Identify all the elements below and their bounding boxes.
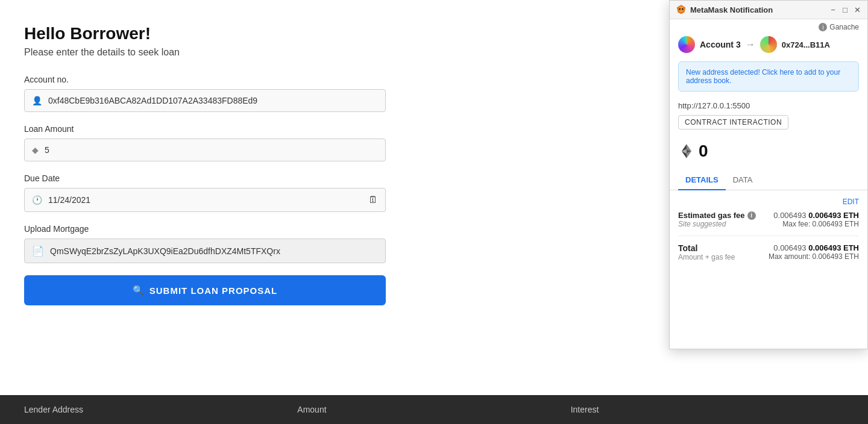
mm-scroll-area[interactable]: http://127.0.0.1:5500 CONTRACT INTERACTI… — [670, 95, 867, 349]
ganache-label: Ganache — [829, 23, 859, 31]
page-subtitle: Please enter the details to seek loan — [24, 47, 603, 58]
gas-fee-value-group: 0.006493 0.006493 ETH Max fee: 0.006493 … — [773, 211, 859, 228]
due-date-input-wrapper: 🕐 🗓 — [24, 188, 386, 212]
fee-divider — [678, 235, 859, 236]
contract-interaction-badge: CONTRACT INTERACTION — [678, 115, 788, 129]
gas-fee-value-display: 0.006493 0.006493 ETH — [773, 211, 859, 220]
total-label-group: Total Amount + gas fee — [678, 243, 735, 261]
close-button[interactable]: ✕ — [853, 5, 861, 14]
metamask-fox-icon — [676, 4, 687, 15]
due-date-label: Due Date — [24, 173, 603, 183]
gas-fee-row: Estimated gas fee i Site suggested 0.006… — [678, 211, 859, 228]
svg-point-2 — [679, 8, 681, 10]
submit-label: SUBMIT LOAN PROPOSAL — [149, 285, 278, 296]
total-row: Total Amount + gas fee 0.006493 0.006493… — [678, 243, 859, 261]
account-group: Account no. 👤 — [24, 75, 603, 112]
address-detected-info[interactable]: New address detected! Click here to add … — [678, 61, 859, 92]
svg-point-3 — [682, 8, 684, 10]
account-name: Account 3 — [700, 40, 741, 49]
account-input[interactable] — [48, 96, 378, 105]
ganache-row: i Ganache — [670, 19, 867, 31]
target-avatar — [760, 36, 777, 53]
window-controls: − □ ✕ — [829, 5, 861, 14]
site-url: http://127.0.0.1:5500 — [670, 95, 867, 113]
ganache-info-icon: i — [819, 23, 827, 31]
mm-details-content: EDIT Estimated gas fee i Site suggested … — [670, 190, 867, 269]
total-label: Total — [678, 243, 735, 253]
target-address: 0x724...B11A — [782, 40, 830, 49]
total-eth: 0.006493 ETH — [808, 243, 859, 252]
footer-bar: Lender Address Amount Interest — [0, 395, 868, 424]
max-amount-display: Max amount: 0.006493 ETH — [769, 252, 859, 261]
amount-gas-label: Amount + gas fee — [678, 253, 735, 261]
person-icon: 👤 — [32, 96, 42, 105]
maximize-button[interactable]: □ — [841, 5, 849, 14]
minimize-button[interactable]: − — [829, 5, 837, 14]
total-value-group: 0.006493 0.006493 ETH Max amount: 0.0064… — [769, 243, 859, 261]
mortgage-label: Upload Mortgage — [24, 224, 603, 234]
arrow-icon: → — [746, 39, 755, 50]
account-avatar — [678, 36, 695, 53]
loan-input-wrapper: ◆ — [24, 139, 386, 161]
footer-amount: Amount — [297, 405, 570, 414]
metamask-popup: MetaMask Notification − □ ✕ i Ganache Ac… — [669, 0, 868, 349]
mortgage-file-wrapper[interactable]: 📄 QmSWyqE2brZsZyLApK3UXQ9iEa2Du6dfhDXZ4M… — [24, 238, 386, 263]
submit-loan-button[interactable]: 🔍 SUBMIT LOAN PROPOSAL — [24, 275, 386, 305]
max-fee-display: Max fee: 0.006493 ETH — [773, 220, 859, 228]
account-label: Account no. — [24, 75, 603, 84]
total-value-display: 0.006493 0.006493 ETH — [769, 243, 859, 252]
ganache-badge: i Ganache — [819, 23, 859, 31]
file-icon: 📄 — [32, 245, 44, 257]
tab-details[interactable]: DETAILS — [678, 170, 726, 190]
account-row: Account 3 → 0x724...B11A — [670, 31, 867, 58]
tab-data[interactable]: DATA — [726, 170, 760, 190]
metamask-titlebar: MetaMask Notification − □ ✕ — [670, 1, 867, 19]
metamask-title: MetaMask Notification — [690, 5, 825, 14]
eth-diamond-icon: ◆ — [32, 145, 39, 155]
gas-fee-label: Estimated gas fee i — [678, 211, 756, 220]
amount-row: 0 — [670, 137, 867, 170]
main-content: Hello Borrower! Please enter the details… — [0, 0, 627, 305]
search-icon: 🔍 — [133, 285, 145, 296]
calendar-icon[interactable]: 🗓 — [368, 195, 378, 205]
clock-icon: 🕐 — [32, 195, 42, 205]
due-date-input[interactable] — [48, 195, 368, 205]
mortgage-group: Upload Mortgage 📄 QmSWyqE2brZsZyLApK3UXQ… — [24, 224, 603, 263]
gas-fee-info-icon: i — [747, 211, 756, 220]
footer-lender-address: Lender Address — [24, 405, 297, 414]
page-title: Hello Borrower! — [24, 24, 603, 43]
edit-link[interactable]: EDIT — [678, 198, 859, 206]
transaction-amount: 0 — [699, 142, 708, 161]
mortgage-file-value: QmSWyqE2brZsZyLApK3UXQ9iEa2Du6dfhDXZ4Mt5… — [50, 246, 280, 256]
loan-amount-input[interactable] — [45, 145, 378, 155]
loan-amount-label: Loan Amount — [24, 124, 603, 134]
due-date-group: Due Date 🕐 🗓 — [24, 173, 603, 212]
footer-interest: Interest — [571, 405, 844, 414]
gas-fee-eth: 0.006493 ETH — [808, 211, 859, 220]
mm-tabs: DETAILS DATA — [670, 170, 867, 190]
account-input-wrapper: 👤 — [24, 89, 386, 112]
gas-fee-label-group: Estimated gas fee i Site suggested — [678, 211, 756, 228]
site-suggested-label: Site suggested — [678, 220, 756, 228]
eth-logo-icon — [678, 143, 695, 160]
loan-amount-group: Loan Amount ◆ — [24, 124, 603, 161]
